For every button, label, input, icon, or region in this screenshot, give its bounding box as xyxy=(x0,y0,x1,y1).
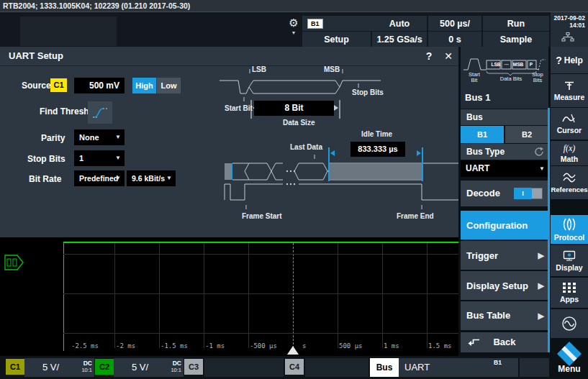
bus-id-text: B1 xyxy=(494,359,502,366)
data-size-label: Data Size xyxy=(283,119,315,127)
settings-gear-button[interactable]: ⚙ ▼ xyxy=(285,15,302,44)
polarity-high-button[interactable]: High xyxy=(132,78,156,93)
tab-bus-b1[interactable]: B1 xyxy=(461,126,504,143)
help-button[interactable]: ? Help xyxy=(551,47,588,73)
acquisition-mode-cell[interactable]: Sample xyxy=(483,32,549,47)
bus-type-value: UART xyxy=(466,163,489,173)
timebase-cell[interactable]: 500 µs/ xyxy=(428,16,481,31)
trigger-mode-cell[interactable]: Auto xyxy=(372,16,427,31)
polarity-low-button[interactable]: Low xyxy=(157,78,181,93)
bit-rate-value: 9.6 kBit/s xyxy=(132,174,165,183)
start-bit-label: Start Bit xyxy=(225,104,253,112)
trigger-mode-value: Auto xyxy=(389,19,410,29)
parity-dropdown[interactable]: None ▼ xyxy=(74,129,125,145)
bus-badge[interactable]: Bus xyxy=(370,358,399,377)
thumb-dots-label: ··· xyxy=(502,60,511,69)
thumb-parity-label: P xyxy=(527,60,535,69)
axis-tick-label: 500 µs xyxy=(339,342,363,350)
channel1-badge[interactable]: C1 xyxy=(6,359,24,375)
data-size-field[interactable]: 8 Bit xyxy=(254,101,334,116)
references-button[interactable]: References xyxy=(551,166,588,199)
protocol-icon xyxy=(561,218,577,231)
channel-bar: C1 5 V/ DC 10:1 C2 5 V/ DC 10:1 C3 C4 Bu… xyxy=(0,356,551,379)
find-threshold-button[interactable] xyxy=(88,101,112,124)
idle-time-field[interactable]: 833.333 µs xyxy=(350,142,405,157)
channel2-trace[interactable] xyxy=(63,242,458,243)
bit-rate-value-dropdown[interactable]: 9.6 kBit/s ▼ xyxy=(127,170,176,186)
channel4-cell[interactable] xyxy=(305,358,368,377)
channel1-scale: 5 V/ xyxy=(24,358,77,377)
channel3-badge[interactable]: C3 xyxy=(184,359,203,375)
source-channel-button[interactable]: C1 xyxy=(50,78,67,92)
horizontal-position-cell[interactable]: 0 s xyxy=(428,32,481,47)
channel2-scale: 5 V/ xyxy=(114,358,166,377)
datetime-block: 2017-09-02 14:01 xyxy=(551,12,588,47)
trigger-position-marker[interactable] xyxy=(287,346,299,355)
menu-item-trigger[interactable]: Trigger ▶ xyxy=(461,241,548,270)
apps-button[interactable]: Apps xyxy=(551,278,588,308)
frame-start-label: Frame Start xyxy=(242,212,282,220)
channel4-badge[interactable]: C4 xyxy=(285,359,304,375)
thumb-start-bit-label2: Bit xyxy=(465,78,484,83)
bus-cell[interactable]: UART B1 xyxy=(399,358,518,377)
device-info-text: RTB2004; 1333.1005K04; 102239 (01.210 20… xyxy=(3,1,190,10)
menu-button[interactable]: Menu xyxy=(551,339,588,379)
gridline xyxy=(63,333,458,334)
display-button[interactable]: Display xyxy=(551,245,588,276)
bit-rate-mode-dropdown[interactable]: Predefined ▼ xyxy=(74,170,125,186)
chevron-down-icon: ▼ xyxy=(115,150,121,166)
cursor-label: Cursor xyxy=(557,126,582,134)
bit-rate-mode-value: Predefined xyxy=(79,174,118,183)
acquisition-mode-value: Sample xyxy=(500,35,532,45)
channel3-cell[interactable] xyxy=(204,358,284,377)
trigger-time-label: s xyxy=(302,342,306,350)
trigger-level-marker[interactable] xyxy=(4,255,24,270)
top-toolbar: ⚙ ▼ B1 Auto 500 µs/ Run Setup 1.25 GSa/s… xyxy=(0,12,588,47)
time-text: 14:01 xyxy=(551,22,585,29)
source-label: Source xyxy=(22,81,51,91)
tab-bus-b2[interactable]: B2 xyxy=(505,126,548,143)
signal-generator-icon xyxy=(561,315,578,332)
channel1-cell[interactable]: 5 V/ DC 10:1 xyxy=(24,358,94,377)
bus-type-row: Bus Type xyxy=(461,144,548,160)
menu-item-configuration[interactable]: Configuration xyxy=(461,211,548,239)
run-state-cell[interactable]: Run xyxy=(483,16,549,31)
chevron-right-icon: ▶ xyxy=(538,251,544,260)
chevron-down-icon: ▼ xyxy=(285,31,302,35)
waveform-display[interactable]: -2.5 ms -2 ms -1.5 ms -1 ms -500 µs 500 … xyxy=(0,237,458,356)
uart-setup-dialog: UART Setup ? ✕ Source C1 500 mV High Low… xyxy=(0,47,458,237)
bus-name-label: Bus 1 xyxy=(465,92,490,103)
lsb-label: LSB xyxy=(252,65,266,73)
question-mark-icon: ? xyxy=(556,55,562,66)
measure-icon xyxy=(564,81,575,91)
thumb-data-bits-label: Data Bits xyxy=(495,76,527,82)
generator-button[interactable] xyxy=(551,309,588,338)
refresh-icon[interactable] xyxy=(534,147,544,157)
hard-key-icon-column: ? Help Measure Cursor f(x) Math Referenc… xyxy=(551,47,588,379)
gear-icon: ⚙ xyxy=(285,15,302,31)
decode-toggle[interactable]: I xyxy=(514,188,543,199)
back-button[interactable]: Back xyxy=(461,332,548,352)
threshold-field[interactable]: 500 mV xyxy=(74,78,125,93)
chevron-down-icon: ▼ xyxy=(115,129,121,145)
menu-item-bus-table[interactable]: Bus Table ▶ xyxy=(461,301,548,330)
math-button[interactable]: f(x) Math xyxy=(551,141,588,165)
channel2-badge[interactable]: C2 xyxy=(95,359,114,375)
display-label: Display xyxy=(556,263,582,272)
channel2-cell[interactable]: 5 V/ DC 10:1 xyxy=(114,358,184,377)
bus-type-dropdown[interactable]: UART ▼ xyxy=(461,160,548,177)
setup-cell[interactable]: Setup xyxy=(302,32,371,47)
stop-bits-dropdown[interactable]: 1 ▼ xyxy=(74,150,125,166)
measure-label: Measure xyxy=(554,93,585,101)
menu-item-display-setup[interactable]: Display Setup ▶ xyxy=(461,271,548,300)
decode-row: Decode I xyxy=(461,181,548,206)
sample-rate-cell[interactable]: 1.25 GSa/s xyxy=(372,32,427,47)
measure-button[interactable]: Measure xyxy=(551,74,588,107)
cursor-button[interactable]: Cursor xyxy=(551,108,588,140)
trigger-source-cell[interactable]: B1 xyxy=(302,16,376,31)
channel2-coupling: DC 10:1 xyxy=(171,360,181,374)
run-state-value: Run xyxy=(507,19,525,29)
protocol-button[interactable]: Protocol xyxy=(551,215,588,244)
apps-grid-icon xyxy=(563,283,576,293)
rohde-schwarz-logo xyxy=(557,342,582,366)
